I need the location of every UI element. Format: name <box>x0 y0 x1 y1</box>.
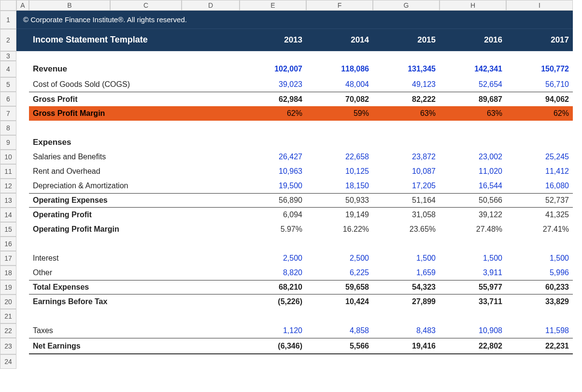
row-header-8[interactable]: 8 <box>0 121 16 135</box>
row-header-10[interactable]: 10 <box>0 150 16 164</box>
cell[interactable]: 63% <box>440 106 506 121</box>
cell[interactable]: 11,598 <box>506 323 573 338</box>
cell[interactable]: 6,225 <box>306 266 373 280</box>
row-header-19[interactable]: 19 <box>0 280 16 294</box>
row-header-24[interactable]: 24 <box>0 354 16 369</box>
year-2017[interactable]: 2017 <box>506 29 573 51</box>
cell[interactable]: 5,566 <box>306 338 373 354</box>
row-header-11[interactable]: 11 <box>0 164 16 179</box>
cell[interactable]: 150,772 <box>506 61 573 77</box>
row-header-1[interactable]: 1 <box>0 11 16 29</box>
row-label-opm[interactable]: Operating Profit Margin <box>29 222 240 237</box>
cell[interactable]: 3,911 <box>440 266 506 280</box>
cell[interactable]: 16.22% <box>306 222 373 237</box>
row-header-6[interactable]: 6 <box>0 92 16 106</box>
cell[interactable]: 22,231 <box>506 338 573 354</box>
cell[interactable]: 19,500 <box>240 179 306 193</box>
cell[interactable]: 50,933 <box>306 193 373 208</box>
cell[interactable]: 6,094 <box>240 208 306 222</box>
cell[interactable]: 52,654 <box>440 77 506 92</box>
cell[interactable]: 10,963 <box>240 164 306 179</box>
row-label-rent[interactable]: Rent and Overhead <box>29 164 240 179</box>
cell[interactable]: 26,427 <box>240 150 306 164</box>
cell[interactable]: 62% <box>240 106 306 121</box>
row-header-4[interactable]: 4 <box>0 61 16 77</box>
cell[interactable]: 1,659 <box>373 266 440 280</box>
cell[interactable]: 68,210 <box>240 280 306 294</box>
row-label-salaries[interactable]: Salaries and Benefits <box>29 150 240 164</box>
cell[interactable]: 131,345 <box>373 61 440 77</box>
cell[interactable]: 27,899 <box>373 294 440 309</box>
cell[interactable]: 8,820 <box>240 266 306 280</box>
cell[interactable]: 19,416 <box>373 338 440 354</box>
row-label-totexp[interactable]: Total Expenses <box>29 280 240 294</box>
cell[interactable]: 55,977 <box>440 280 506 294</box>
cell[interactable]: 2,500 <box>240 251 306 266</box>
cell[interactable]: 39,023 <box>240 77 306 92</box>
row-label-expenses[interactable]: Expenses <box>29 135 573 150</box>
cell[interactable]: 60,233 <box>506 280 573 294</box>
row-label-gross-profit[interactable]: Gross Profit <box>29 92 240 106</box>
cell[interactable]: 16,080 <box>506 179 573 193</box>
row-header-16[interactable]: 16 <box>0 237 16 251</box>
cell[interactable]: 19,149 <box>306 208 373 222</box>
row-label-gpm[interactable]: Gross Profit Margin <box>29 106 240 121</box>
cell[interactable]: 59,658 <box>306 280 373 294</box>
cell[interactable]: 56,710 <box>506 77 573 92</box>
row-label-taxes[interactable]: Taxes <box>29 323 240 338</box>
row-label-ebt[interactable]: Earnings Before Tax <box>29 294 240 309</box>
row-header-7[interactable]: 7 <box>0 106 16 121</box>
cell[interactable]: 22,658 <box>306 150 373 164</box>
row-label-cogs[interactable]: Cost of Goods Sold (COGS) <box>29 77 240 92</box>
col-header-G[interactable]: G <box>373 0 440 11</box>
cell[interactable]: (5,226) <box>240 294 306 309</box>
row-header-14[interactable]: 14 <box>0 208 16 222</box>
col-header-H[interactable]: H <box>440 0 506 11</box>
cell[interactable]: 102,007 <box>240 61 306 77</box>
cell[interactable]: 10,125 <box>306 164 373 179</box>
cell[interactable]: 23,872 <box>373 150 440 164</box>
row-label-opprofit[interactable]: Operating Profit <box>29 208 240 222</box>
cell[interactable]: 1,500 <box>440 251 506 266</box>
cell[interactable]: 25,245 <box>506 150 573 164</box>
row-header-20[interactable]: 20 <box>0 294 16 309</box>
cell[interactable]: 18,150 <box>306 179 373 193</box>
cell[interactable]: (6,346) <box>240 338 306 354</box>
row-header-22[interactable]: 22 <box>0 323 16 338</box>
row-header-15[interactable]: 15 <box>0 222 16 237</box>
col-header-I[interactable]: I <box>506 0 573 11</box>
year-2014[interactable]: 2014 <box>306 29 373 51</box>
row-label-revenue[interactable]: Revenue <box>29 61 240 77</box>
cell[interactable]: 70,082 <box>306 92 373 106</box>
col-header-F[interactable]: F <box>306 0 373 11</box>
cell[interactable]: 1,120 <box>240 323 306 338</box>
cell[interactable]: 118,086 <box>306 61 373 77</box>
cell[interactable]: 22,802 <box>440 338 506 354</box>
cell[interactable]: 23,002 <box>440 150 506 164</box>
cell[interactable]: 48,004 <box>306 77 373 92</box>
cell[interactable]: 5.97% <box>240 222 306 237</box>
cell[interactable]: 1,500 <box>506 251 573 266</box>
cell[interactable]: 10,087 <box>373 164 440 179</box>
cell[interactable]: 49,123 <box>373 77 440 92</box>
year-2013[interactable]: 2013 <box>240 29 306 51</box>
cell[interactable]: 39,122 <box>440 208 506 222</box>
cell[interactable]: 23.65% <box>373 222 440 237</box>
cell[interactable]: 10,424 <box>306 294 373 309</box>
row-header-21[interactable]: 21 <box>0 309 16 323</box>
cell[interactable]: 51,164 <box>373 193 440 208</box>
cell[interactable]: 17,205 <box>373 179 440 193</box>
row-header-23[interactable]: 23 <box>0 338 16 354</box>
row-header-13[interactable]: 13 <box>0 193 16 208</box>
cell[interactable]: 94,062 <box>506 92 573 106</box>
cell[interactable]: 41,325 <box>506 208 573 222</box>
row-label-opex[interactable]: Operating Expenses <box>29 193 240 208</box>
col-header-A[interactable]: A <box>16 0 29 11</box>
cell[interactable]: 2,500 <box>306 251 373 266</box>
cell[interactable]: 4,858 <box>306 323 373 338</box>
cell[interactable]: 31,058 <box>373 208 440 222</box>
row-label-interest[interactable]: Interest <box>29 251 240 266</box>
cell[interactable]: 62% <box>506 106 573 121</box>
year-2015[interactable]: 2015 <box>373 29 440 51</box>
cell[interactable]: 33,829 <box>506 294 573 309</box>
